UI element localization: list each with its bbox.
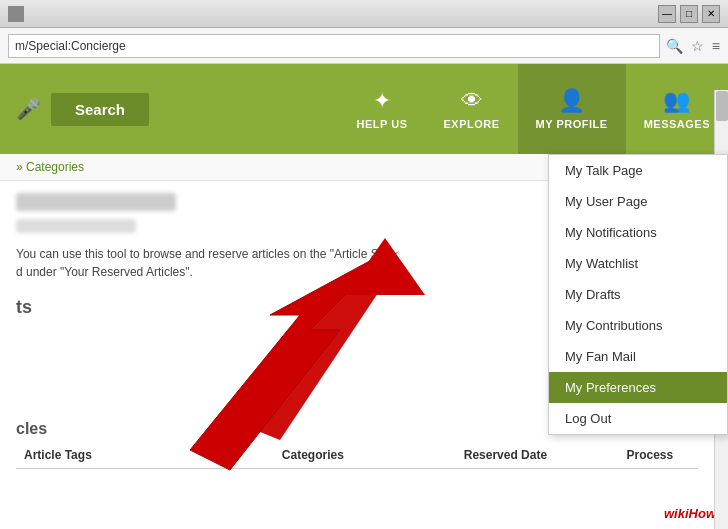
- address-bar: 🔍 ☆ ≡: [0, 28, 728, 64]
- table-header-reserved-date: Reserved Date: [409, 448, 602, 462]
- address-icons: 🔍 ☆ ≡: [666, 38, 720, 54]
- blurred-title: [16, 193, 176, 211]
- search-address-icon[interactable]: 🔍: [666, 38, 683, 54]
- table-header-tags: Article Tags: [16, 448, 217, 462]
- site-header: 🎤 Search ✦ HELP US 👁 EXPLORE 👤 MY PROFIL…: [0, 64, 728, 154]
- star-icon[interactable]: ☆: [691, 38, 704, 54]
- nav-item-messages[interactable]: 👥 MESSAGES: [626, 64, 728, 154]
- dropdown-item-my-talk-page[interactable]: My Talk Page: [549, 155, 727, 186]
- maximize-button[interactable]: □: [680, 5, 698, 23]
- table-headers: Article Tags Categories Reserved Date Pr…: [16, 442, 698, 469]
- blurred-subtitle: [16, 219, 136, 233]
- my-profile-label: MY PROFILE: [536, 118, 608, 130]
- table-header-process: Process: [602, 448, 698, 462]
- menu-icon[interactable]: ≡: [712, 38, 720, 54]
- window-controls: — □ ✕: [658, 5, 720, 23]
- window-titlebar: — □ ✕: [0, 0, 728, 28]
- help-us-label: HELP US: [357, 118, 408, 130]
- dropdown-item-my-notifications[interactable]: My Notifications: [549, 217, 727, 248]
- dropdown-item-my-watchlist[interactable]: My Watchlist: [549, 248, 727, 279]
- section-heading-2: cles: [16, 420, 47, 438]
- search-area: 🎤 Search: [0, 64, 339, 154]
- close-button[interactable]: ✕: [702, 5, 720, 23]
- my-profile-icon: 👤: [558, 88, 585, 114]
- search-button[interactable]: Search: [51, 93, 149, 126]
- dropdown-item-log-out[interactable]: Log Out: [549, 403, 727, 434]
- scrollbar-thumb[interactable]: [716, 91, 728, 121]
- nav-item-explore[interactable]: 👁 EXPLORE: [426, 64, 518, 154]
- app-icon: [8, 6, 24, 22]
- table-header-categories: Categories: [217, 448, 410, 462]
- messages-label: MESSAGES: [644, 118, 710, 130]
- description-text: You can use this tool to browse and rese…: [16, 245, 496, 281]
- address-input[interactable]: [8, 34, 660, 58]
- dropdown-item-my-user-page[interactable]: My User Page: [549, 186, 727, 217]
- messages-icon: 👥: [663, 88, 690, 114]
- dropdown-item-my-fan-mail[interactable]: My Fan Mail: [549, 341, 727, 372]
- help-us-icon: ✦: [373, 88, 391, 114]
- wikihow-logo-text: wikiHow: [664, 506, 716, 521]
- wikihow-logo: wikiHow: [664, 506, 716, 521]
- microphone-icon[interactable]: 🎤: [16, 97, 41, 121]
- nav-item-help-us[interactable]: ✦ HELP US: [339, 64, 426, 154]
- dropdown-item-my-preferences[interactable]: My Preferences: [549, 372, 727, 403]
- dropdown-item-my-drafts[interactable]: My Drafts: [549, 279, 727, 310]
- dropdown-item-my-contributions[interactable]: My Contributions: [549, 310, 727, 341]
- explore-label: EXPLORE: [444, 118, 500, 130]
- explore-icon: 👁: [461, 88, 483, 114]
- nav-item-my-profile[interactable]: 👤 MY PROFILE: [518, 64, 626, 154]
- minimize-button[interactable]: —: [658, 5, 676, 23]
- breadcrumb-link[interactable]: » Categories: [16, 160, 84, 174]
- dropdown-menu: My Talk Page My User Page My Notificatio…: [548, 154, 728, 435]
- nav-items: ✦ HELP US 👁 EXPLORE 👤 MY PROFILE 👥 MESSA…: [339, 64, 728, 154]
